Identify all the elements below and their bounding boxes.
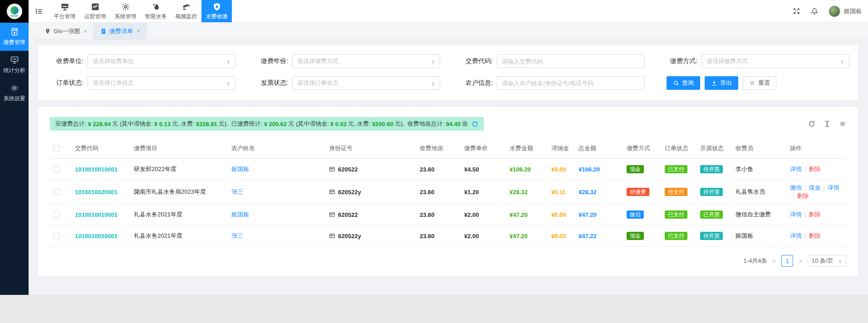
menu-item-label: 平台管理 [54, 13, 76, 20]
total-amount-value: ¥47.20 [579, 211, 597, 218]
farmer-info-input[interactable] [497, 76, 645, 90]
page-size-select[interactable]: 10 条/页 ∨ [808, 255, 846, 267]
user-menu[interactable]: 姬国栋 [829, 5, 862, 17]
delete-action-link[interactable]: 删除 [809, 165, 820, 173]
menu-item-smart-water[interactable]: 智慧水务 [141, 0, 171, 22]
close-icon[interactable]: × [84, 28, 88, 34]
page-size-value: 10 条/页 [812, 257, 834, 265]
row-checkbox[interactable] [54, 189, 60, 195]
farmer-name-link[interactable]: 姬国栋 [231, 210, 249, 219]
summary-unit: 元, [348, 120, 356, 128]
select-all-checkbox[interactable] [54, 145, 60, 152]
row-height-icon[interactable] [824, 120, 831, 127]
menu-item-water-fee[interactable]: 水费收缴 [201, 0, 232, 22]
water-meter-icon [10, 27, 19, 36]
menu-item-label: 视频监控 [176, 13, 197, 20]
row-checkbox[interactable] [54, 166, 60, 172]
payment-code-input[interactable] [497, 54, 645, 68]
invoice-status-select[interactable]: 请选择订单状态 ∨ [292, 76, 440, 90]
sidebar-item-statistics[interactable]: 统计分析 [0, 51, 29, 79]
detail-action-link[interactable]: 详情 [790, 232, 802, 240]
row-checkbox[interactable] [54, 233, 60, 239]
water-amount-value: ¥28.32 [510, 189, 528, 196]
tab-label: Gis一张图 [54, 27, 80, 35]
id-card-value: 620522 [338, 166, 358, 173]
summary-unit: 元, [172, 120, 180, 128]
payment-code-link[interactable]: 1010010020001 [75, 233, 118, 240]
payment-method-select[interactable]: 请选择缴费方式 ∨ [701, 54, 849, 68]
column-settings-gear-icon[interactable] [839, 120, 846, 127]
summary-unit: 元), [219, 120, 228, 128]
total-amount-value: ¥106.20 [579, 166, 600, 173]
sidebar-item-payment-management[interactable]: 缴费管理 [0, 23, 29, 51]
refresh-icon[interactable] [471, 121, 478, 127]
reset-button[interactable]: 重置 [743, 76, 776, 90]
monitor-icon [60, 2, 69, 11]
delete-action-link[interactable]: 删除 [797, 192, 809, 200]
order-status-select[interactable]: 请选择订单状态 ∨ [88, 76, 235, 90]
payment-year-select[interactable]: 请选择缴费方式 ∨ [292, 54, 440, 68]
col-header: 总金额 [579, 141, 627, 156]
tab-payment-list[interactable]: 缴费清单 × [94, 23, 147, 39]
wechat-pay-action-link[interactable]: 微信 [790, 184, 802, 192]
filter-label: 收费单位: [50, 57, 83, 65]
col-header: 缴费单价 [464, 141, 510, 156]
action-separator: | [804, 166, 806, 173]
fee-summary-bar: 应缴费总计: ¥ 228.94 元 (其中滞纳金: ¥ 0.13 元, 水费: … [50, 117, 484, 131]
collector-name: 礼县售水员 [736, 184, 790, 200]
delete-action-link[interactable]: 删除 [809, 210, 820, 219]
action-separator: | [804, 233, 806, 240]
close-icon[interactable]: × [137, 28, 140, 34]
delete-action-link[interactable]: 删除 [809, 232, 820, 240]
fullscreen-icon[interactable] [793, 7, 800, 15]
farmer-name-link[interactable]: 张三 [231, 232, 243, 240]
payment-code-link[interactable]: 1010010020001 [75, 189, 118, 196]
id-card-icon [329, 211, 335, 218]
farmer-name-link[interactable]: 张三 [231, 188, 243, 196]
payment-code-link[interactable]: 1010010010001 [75, 166, 118, 173]
download-icon [711, 80, 717, 86]
action-separator: | [804, 211, 806, 218]
total-amount-value: ¥28.32 [579, 189, 597, 196]
query-button[interactable]: 查询 [667, 76, 700, 90]
export-button[interactable]: 导出 [705, 76, 738, 90]
payment-table: 交费代码 缴费项目 农户姓名 身份证号 收费地亩 缴费单价 水费金额 滞纳金 总… [50, 138, 846, 247]
filter-order-status: 订单状态: 请选择订单状态 ∨ [50, 76, 235, 90]
farmer-name-link[interactable]: 姬国栋 [231, 165, 249, 173]
summary-unit: 元 [288, 120, 294, 128]
next-page-icon[interactable]: > [798, 258, 803, 264]
table-refresh-icon[interactable] [808, 120, 815, 127]
col-header: 农户姓名 [231, 141, 329, 156]
payment-code-link[interactable]: 1010010010001 [75, 211, 118, 218]
invoice-status-badge: 已开票 [700, 210, 723, 219]
menu-item-label: 运营管理 [84, 13, 106, 20]
menu-item-label: 智慧水务 [145, 13, 167, 20]
prev-page-icon[interactable]: < [772, 258, 777, 264]
detail-action-link[interactable]: 详情 [790, 165, 802, 173]
filter-label: 缴费年份: [255, 57, 288, 65]
filter-label: 订单状态: [50, 79, 83, 87]
charge-unit-select[interactable]: 请选择收费单位 ∨ [88, 54, 235, 68]
menu-item-platform[interactable]: 平台管理 [49, 0, 80, 22]
cash-pay-action-link[interactable]: 现金 [809, 184, 820, 192]
swap-arrows-icon [749, 80, 755, 86]
detail-action-link[interactable]: 详情 [828, 184, 839, 192]
page-number-button[interactable]: 1 [781, 255, 793, 267]
id-card-value: 620522y [338, 189, 361, 196]
row-checkbox[interactable] [54, 211, 60, 218]
tab-gis-map[interactable]: Gis一张图 × [38, 23, 94, 39]
select-placeholder: 请选择收费单位 [93, 57, 134, 65]
order-status-badge: 已支付 [665, 232, 687, 240]
sidebar-item-settings[interactable]: 系统设置 [0, 79, 29, 107]
menu-item-label: 水费收缴 [206, 13, 228, 20]
menu-item-system[interactable]: 系统管理 [110, 0, 141, 22]
pay-method-badge: 现金 [627, 232, 644, 240]
tab-label: 缴费清单 [109, 27, 133, 35]
bell-icon[interactable] [810, 7, 819, 15]
pay-method-badge: 现金 [627, 165, 644, 173]
summary-label: 已缴费统计: [231, 120, 263, 128]
menu-item-video[interactable]: 视频监控 [171, 0, 201, 22]
detail-action-link[interactable]: 详情 [790, 210, 802, 219]
menu-item-operation[interactable]: 运营管理 [80, 0, 110, 22]
menu-fold-icon[interactable] [29, 0, 49, 22]
